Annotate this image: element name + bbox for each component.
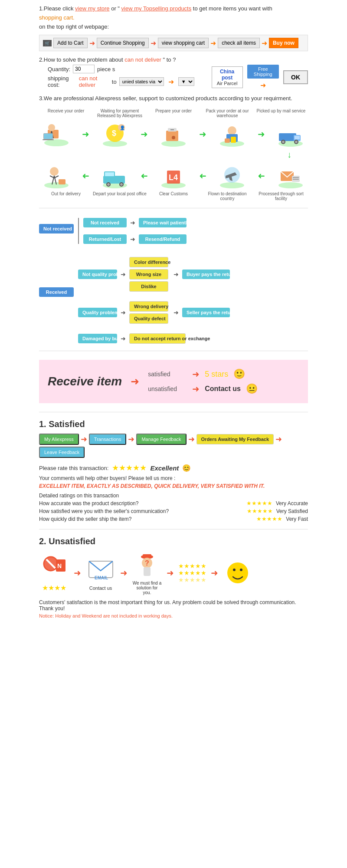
arrow-sat: ➜ bbox=[192, 369, 200, 379]
cart-icon: 🛒 bbox=[43, 40, 52, 46]
view-topselling-link[interactable]: view my Topselling products bbox=[121, 5, 192, 12]
received-main: Received bbox=[39, 287, 74, 297]
rate-stars: ★★★★★ bbox=[112, 463, 147, 473]
receive-section: Receive item ➜ satisfied ➜ 5 stars 🙂 uns… bbox=[39, 360, 308, 403]
rating-stars-2: ★★★★★ bbox=[256, 516, 282, 522]
svg-rect-7 bbox=[43, 139, 54, 140]
fb-step-3[interactable]: Orders Awaiting My Feedback bbox=[196, 434, 274, 444]
section1-intro: 1.Please click view my store or " view m… bbox=[39, 4, 308, 13]
svg-point-17 bbox=[172, 136, 175, 139]
view-cart-btn[interactable]: view shopping cart bbox=[158, 38, 209, 48]
flowchart-section: Not received Not received ➜ Please wait … bbox=[39, 215, 308, 344]
damaged-box: Damaged by buyer bbox=[78, 334, 117, 343]
svg-point-70 bbox=[240, 569, 242, 571]
step-label-1: Waiting for payment Released by Aliexpre… bbox=[93, 108, 147, 118]
unsat-arrow-3: ➜ bbox=[167, 568, 174, 578]
svg-point-49 bbox=[220, 182, 244, 188]
icon-out-delivery bbox=[39, 161, 74, 190]
arrow-1: ➜ bbox=[89, 39, 95, 47]
continue-shopping-btn[interactable]: Continue Shopping bbox=[97, 38, 149, 48]
unsatisfied-title: 2. Unsatisfied bbox=[39, 536, 308, 546]
arrow-4: ➜ bbox=[262, 39, 267, 47]
satisfied-title: 1. Satisfied bbox=[39, 419, 308, 429]
resend-refund-box: Resend/Refund bbox=[139, 234, 187, 244]
proc-arrow-8: ➜ bbox=[258, 171, 265, 181]
icon-plane bbox=[215, 161, 249, 190]
svg-point-13 bbox=[161, 141, 186, 147]
shipping-select2[interactable]: ▼ bbox=[178, 77, 194, 86]
smiley-box bbox=[223, 559, 253, 587]
unsatisfied-section: 2. Unsatisfied N ★★★★ ➜ bbox=[39, 536, 308, 618]
wrong-delivery-box: Wrong delivery bbox=[129, 301, 168, 312]
not-quality-box: Not quality problem bbox=[78, 270, 117, 279]
proc-arrow-2: ➜ bbox=[141, 129, 148, 139]
svg-rect-26 bbox=[295, 136, 300, 139]
section-1: 1.Please click view my store or " view m… bbox=[39, 4, 308, 51]
unsat-arrow-4: ➜ bbox=[211, 568, 218, 578]
fb-step-4[interactable]: Leave Feedback bbox=[39, 447, 85, 458]
icon-pickup bbox=[273, 120, 308, 148]
svg-rect-37 bbox=[59, 179, 65, 184]
wrong-size-box: Wrong size bbox=[129, 269, 168, 279]
satisfied-section: 1. Satisfied My Aliexpress ➜ Transaction… bbox=[39, 419, 308, 522]
arrow-fb4: ➜ bbox=[275, 434, 282, 444]
fb-step-0[interactable]: My Aliexpress bbox=[39, 434, 79, 445]
view-store-link[interactable]: view my store bbox=[75, 5, 109, 12]
question-box: ? We must find a solution for you. bbox=[132, 551, 162, 595]
icon-mail-sort bbox=[273, 161, 308, 190]
unsat-arrow-1: ➜ bbox=[74, 568, 81, 578]
svg-rect-67 bbox=[144, 567, 151, 576]
buyer-pays-box: Buyer pays the return shipping fee bbox=[182, 270, 230, 279]
comment-row: Your comments will help other buyers! Pl… bbox=[39, 475, 308, 481]
add-to-cart-btn[interactable]: Add to Cart bbox=[53, 38, 88, 48]
svg-point-45 bbox=[120, 183, 123, 186]
svg-text:EMAIL: EMAIL bbox=[95, 575, 108, 580]
arrow-3: ➜ bbox=[210, 39, 216, 47]
icon-payment: $ 👤 bbox=[98, 120, 132, 148]
arrow-fb1: ➜ bbox=[81, 434, 87, 444]
svg-point-43 bbox=[107, 183, 110, 186]
section-2: 2.How to solve the problem about can not… bbox=[39, 56, 308, 90]
fb-step-1[interactable]: Transactions bbox=[89, 434, 127, 445]
shipping-select[interactable]: unied states via bbox=[119, 77, 164, 86]
notice-text: Notice: Holiday and Weekend are not incl… bbox=[39, 613, 308, 618]
unsatisfied-row: unsatisfied ➜ Contact us 😐 bbox=[148, 383, 258, 395]
please-wait-box: Please wait patiently bbox=[139, 218, 187, 227]
quantity-input[interactable] bbox=[73, 65, 95, 73]
rating-stars-1: ★★★★★ bbox=[247, 508, 273, 514]
step-label-5: Out for delivery bbox=[39, 191, 93, 201]
arrow-rec2: ➜ bbox=[174, 271, 179, 278]
step-label-4: Picked up by mail service bbox=[254, 108, 308, 118]
buy-now-btn[interactable]: Buy now bbox=[269, 38, 298, 48]
step-label-9: Processed through sort facility bbox=[254, 191, 308, 201]
rating-row-0: How accurate was the product description… bbox=[39, 500, 308, 506]
unsat-flow: N ★★★★ ➜ EMAIL Contact us ➜ bbox=[39, 551, 308, 595]
not-received-sub: Not received bbox=[83, 218, 127, 227]
quality-prob-box: Quality problem bbox=[78, 308, 117, 317]
china-post-box: China post Air Parcel bbox=[212, 66, 243, 88]
arrow-fb3: ➜ bbox=[188, 434, 195, 444]
shopping-steps-bar: 🛒 Add to Cart ➜ Continue Shopping ➜ view… bbox=[39, 35, 308, 51]
process-flow: Receive your order Waiting for payment R… bbox=[39, 108, 308, 201]
arrow-rec1: ➜ bbox=[121, 271, 126, 278]
proc-arrow-1: ➜ bbox=[82, 129, 89, 139]
proc-arrow-5: ➜ bbox=[82, 171, 89, 181]
svg-point-68 bbox=[227, 562, 248, 583]
ok-button[interactable]: OK bbox=[283, 70, 308, 84]
arrow-rec3: ➜ bbox=[121, 309, 126, 316]
not-received-main: Not received bbox=[39, 224, 74, 233]
no-return-box: Do not accept return or exchange bbox=[129, 333, 186, 344]
arrow-fb2: ➜ bbox=[128, 434, 134, 444]
arrow-rec5: ➜ bbox=[121, 335, 126, 342]
neutral-emoji: 😐 bbox=[246, 383, 258, 395]
excellent-comment: EXCELLENT ITEM, EXACTLY AS DESCRIBED, QU… bbox=[39, 483, 308, 489]
free-shipping-badge: Free Shipping bbox=[247, 65, 279, 79]
satisfied-row: satisfied ➜ 5 stars 🙂 bbox=[148, 368, 258, 380]
check-all-items-btn[interactable]: check all items bbox=[218, 38, 260, 48]
svg-rect-14 bbox=[166, 131, 178, 141]
fb-step-2[interactable]: Manage Feedback bbox=[136, 434, 186, 445]
seller-pays-box: Seller pays the return shipping fee bbox=[182, 308, 230, 317]
step-label-2: Prepare your order bbox=[147, 108, 200, 118]
svg-rect-41 bbox=[105, 172, 114, 176]
proc-arrow-4: ➜ bbox=[258, 129, 265, 139]
